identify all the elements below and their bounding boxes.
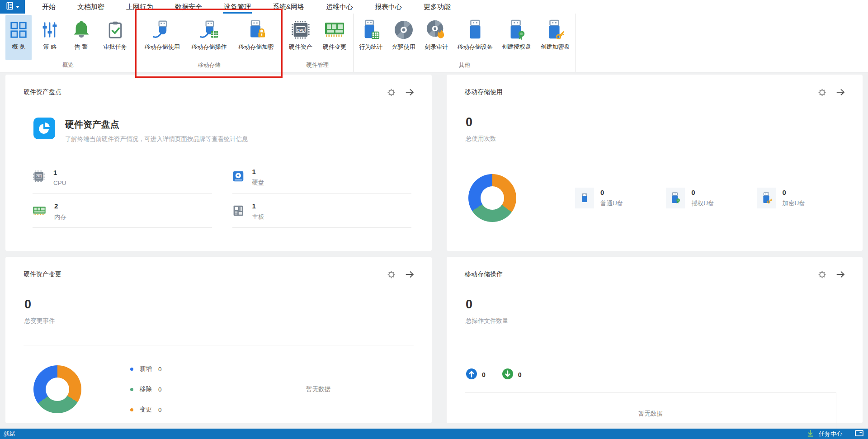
legend-dot-blue: [130, 368, 133, 371]
card-title: 硬件资产盘点: [24, 88, 61, 96]
feature-description: 了解终端当前硬件资产情况，可进入详情页面按品牌等查看统计信息: [65, 135, 248, 143]
cd-disc-icon: [394, 19, 414, 41]
tab-data-security[interactable]: 数据安全: [164, 0, 213, 14]
ribbon-group-label: 其他: [354, 60, 576, 72]
arrow-right-icon[interactable]: [835, 87, 845, 97]
ribbon-button-behavior-stats[interactable]: 行为统计: [355, 15, 386, 60]
ribbon-button-label: 移动存储设备: [458, 43, 493, 51]
cd-flame-icon: [426, 19, 447, 41]
menu-bar: 开始 文档加密 上网行为 数据安全 设备管理 系统&网络 运维中心 报表中心 更…: [0, 0, 868, 14]
stat-value: 1: [252, 168, 264, 175]
legend-label: 新增: [140, 365, 152, 373]
ribbon-button-storage-operation[interactable]: 移动存储操作: [188, 15, 231, 60]
memory-small-icon: [33, 205, 46, 218]
legend-value: 0: [158, 406, 162, 413]
ribbon-button-storage-usage[interactable]: 移动存储使用: [141, 15, 184, 60]
tab-system-network[interactable]: 系统&网络: [262, 0, 315, 14]
ribbon-button-hardware-asset[interactable]: CPU 硬件资产: [285, 15, 316, 60]
ribbon-button-approval-tasks[interactable]: 审批任务: [100, 15, 131, 60]
ribbon-button-burn-audit[interactable]: 刻录审计: [421, 15, 452, 60]
upload-circle-icon: [466, 368, 477, 382]
empty-state-text: 暂无数据: [205, 385, 432, 393]
donut-legend: 新增 0 移除 0 变更 0: [130, 365, 162, 414]
arrow-right-icon[interactable]: [405, 269, 415, 279]
stat-authorized-usb: 0 授权U盘: [666, 188, 714, 208]
ribbon-button-label: 策 略: [43, 43, 57, 51]
ribbon-button-storage-devices[interactable]: 移动存储设备: [454, 15, 496, 60]
tab-ops-center[interactable]: 运维中心: [315, 0, 364, 14]
tab-report-center[interactable]: 报表中心: [364, 0, 413, 14]
gear-icon[interactable]: [387, 88, 396, 97]
ribbon-group-label: 硬件管理: [282, 60, 353, 72]
svg-text:CPU: CPU: [37, 175, 42, 178]
app-menu-button[interactable]: [0, 0, 25, 14]
tab-doc-encryption[interactable]: 文档加密: [66, 0, 115, 14]
ribbon-button-label: 刻录审计: [425, 43, 448, 51]
total-operations-value: 0: [466, 297, 863, 312]
tab-device-management[interactable]: 设备管理: [213, 0, 262, 14]
total-operations-label: 总操作文件数量: [466, 317, 863, 325]
card-storage-usage: 移动存储使用 0 总使用次数 0: [447, 75, 863, 251]
ribbon-group-label: 移动存储: [137, 60, 282, 72]
ribbon-button-storage-encryption[interactable]: 移动存储加密: [235, 15, 277, 60]
menu-tabs: 开始 文档加密 上网行为 数据安全 设备管理 系统&网络 运维中心 报表中心 更…: [31, 0, 462, 14]
status-ready-text: 就绪: [4, 430, 15, 438]
stat-disk: 1 硬盘: [232, 166, 412, 194]
app-logo-icon: [5, 1, 14, 12]
usb-plug-icon: [152, 19, 172, 41]
ribbon-group-hardware-management: CPU 硬件资产 硬件变更 硬件管理: [282, 14, 354, 72]
usb-key-icon: [757, 188, 776, 208]
ribbon-button-label: 移动存储使用: [145, 43, 180, 51]
ribbon-button-overview[interactable]: 概 览: [5, 15, 32, 60]
usb-badge-icon: [507, 19, 527, 41]
divider: [465, 163, 844, 163]
ribbon-button-create-authorized-disk[interactable]: 创建授权盘: [498, 15, 535, 60]
svg-text:CPU: CPU: [297, 28, 304, 33]
ribbon-group-label: 概览: [0, 60, 136, 72]
divider: [24, 345, 414, 345]
ribbon-button-policy[interactable]: 策 略: [37, 15, 62, 60]
usb-table-icon: [361, 19, 380, 41]
ribbon-button-label: 移动存储操作: [192, 43, 227, 51]
ribbon-button-hardware-change[interactable]: 硬件变更: [319, 15, 350, 60]
tab-more-features[interactable]: 更多功能: [413, 0, 462, 14]
hard-disk-icon: [232, 170, 244, 184]
arrow-right-icon[interactable]: [835, 269, 845, 279]
gear-icon[interactable]: [387, 270, 396, 279]
ribbon-button-cdrom-usage[interactable]: 光驱使用: [388, 15, 419, 60]
stat-label: 授权U盘: [691, 199, 714, 208]
usb-stick-icon: [466, 19, 484, 41]
stat-label: 内存: [54, 213, 66, 221]
upload-count: 0: [482, 371, 486, 378]
storage-usage-donut-chart: [468, 174, 516, 222]
hardware-change-donut-chart: [33, 365, 81, 413]
download-tasks-icon[interactable]: [807, 430, 814, 439]
ribbon-button-create-encrypted-disk[interactable]: 创建加密盘: [537, 15, 574, 60]
usb-key-icon: [545, 19, 565, 41]
ribbon-toolbar: 概 览 策 略 告 警 审批任务 概览: [0, 14, 868, 72]
total-change-value: 0: [24, 297, 432, 312]
task-panel-icon[interactable]: [855, 430, 863, 438]
stat-label: CPU: [53, 179, 66, 186]
pie-chart-app-icon: [33, 118, 55, 139]
ribbon-button-alert[interactable]: 告 警: [68, 15, 94, 60]
card-storage-operation: 移动存储操作 0 总操作文件数量 0 0 暂无数据: [447, 257, 863, 423]
legend-label: 变更: [140, 406, 152, 414]
stat-value: 1: [53, 169, 66, 176]
legend-item-changed: 变更 0: [130, 406, 162, 414]
cpu-chip-icon: CPU: [291, 19, 311, 41]
stat-value: 0: [600, 189, 623, 196]
status-bar: 就绪 任务中心: [0, 429, 868, 439]
tab-web-behavior[interactable]: 上网行为: [115, 0, 164, 14]
ribbon-button-label: 光驱使用: [392, 43, 415, 51]
feature-title: 硬件资产盘点: [65, 118, 248, 131]
clipboard-check-icon: [106, 19, 124, 41]
gear-icon[interactable]: [818, 88, 826, 97]
tab-start[interactable]: 开始: [31, 0, 66, 14]
task-center-label[interactable]: 任务中心: [819, 430, 842, 438]
stat-value: 0: [783, 189, 805, 196]
stat-value: 1: [252, 202, 264, 210]
usb-plug-table-icon: [199, 19, 219, 41]
arrow-right-icon[interactable]: [405, 87, 415, 97]
gear-icon[interactable]: [818, 270, 826, 279]
